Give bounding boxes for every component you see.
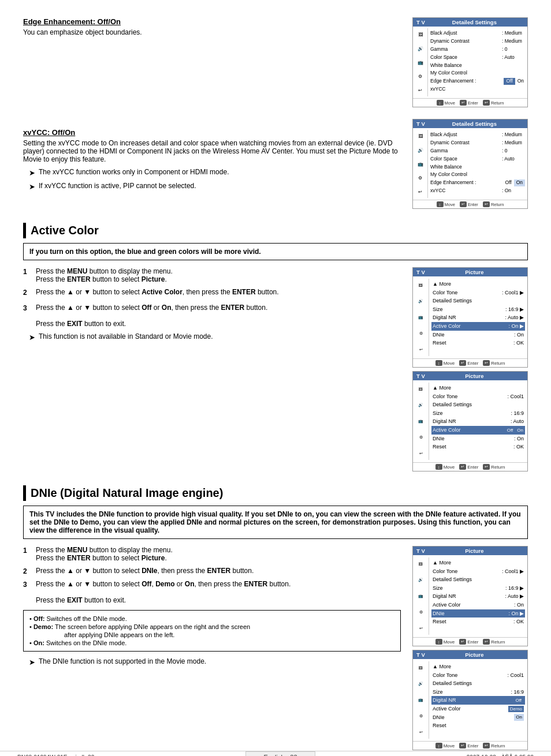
dnie-step3: 3 Press the ▲ or ▼ button to select Off,… xyxy=(23,580,401,604)
footer-right: 2007-10-08 ¿ÀÈÅ 6:05:09 xyxy=(467,754,534,757)
xvycc-note2-text: If xvYCC function is active, PIP cannot … xyxy=(39,182,196,190)
tv-menu-body-p2: 🖼 🔊 📺 ⚙ ↩ ▲ More Color Tone: Cool1 Detai… xyxy=(413,380,527,462)
edge-on-highlight: On xyxy=(514,179,525,186)
xvycc-row-3: Gamma: 0 xyxy=(430,147,525,155)
ac-step3: 3 Press the ▲ or ▼ button to select Off … xyxy=(23,304,401,328)
ac-step2: 2 Press the ▲ or ▼ button to select Acti… xyxy=(23,288,401,297)
dm2-dnie: DNIe On xyxy=(431,713,525,722)
channel-icon-2: 📺 xyxy=(415,159,426,169)
picture-icon-1: 🖼 xyxy=(415,29,426,40)
tv-picture-menu-ac-on: T V Picture 🖼 🔊 📺 ⚙ ↩ ▲ More Color Tone: xyxy=(412,267,528,368)
detail-row-2: Dynamic Contrast: Medium xyxy=(430,38,525,46)
footer-move-2: ↕ Move xyxy=(437,201,455,207)
dnie-steps: 1 Press the MENU button to display the m… xyxy=(23,546,401,754)
ac-step2-text: Press the ▲ or ▼ button to select Active… xyxy=(36,288,401,296)
tv-label-2: T V xyxy=(416,121,425,127)
pm2-row-size: Size: 16:9 xyxy=(431,409,525,418)
footer-return-1: ↩ Return xyxy=(483,100,504,106)
active-color-menus: T V Picture 🖼 🔊 📺 ⚙ ↩ ▲ More Color Tone: xyxy=(412,267,528,475)
pm-row-size: Size: 16:9 ▶ xyxy=(431,305,525,314)
edge-title: Edge Enhancement: Off/On xyxy=(23,17,401,26)
tv-dnie-title-2: T V Picture xyxy=(413,650,527,659)
sound-icon-1: 🔊 xyxy=(415,43,426,54)
picture-icon-2: 🖼 xyxy=(415,131,426,141)
footer-enter-1: ↵ Enter xyxy=(460,100,478,106)
pm-row-ct: Color Tone: Cool1 ▶ xyxy=(431,289,525,297)
tv-dnie-body-2: 🖼 🔊 📺 ⚙ ↩ ▲ More Color Tone: Cool1 Detai… xyxy=(413,659,527,741)
edge-off-label-2: Off xyxy=(504,179,512,186)
dm1-size: Size: 16:9 ▶ xyxy=(431,584,525,593)
picture-label-p1: Picture xyxy=(465,269,483,275)
dm1-more: ▲ More xyxy=(431,559,525,567)
d2-picture-icon: 🖼 xyxy=(416,663,426,673)
xvycc-note1-text: The xvYCC function works only in Compone… xyxy=(39,168,229,176)
tv-menu-items-p1: ▲ More Color Tone: Cool1 ▶ Detailed Sett… xyxy=(429,279,527,356)
tv-dnie-menu-demo: T V Picture 🖼 🔊 📺 ⚙ ↩ ▲ More Color Tone: xyxy=(412,650,528,750)
active-color-intro: If you turn on this option, the blue and… xyxy=(23,243,528,260)
pm2-row-ac-off: Active Color Off On xyxy=(431,426,525,435)
active-color-steps: 1 Press the MENU button to display the m… xyxy=(23,267,401,475)
xvycc-row-xvycc: xvYCC: On xyxy=(430,187,525,195)
pmf-enter: ↵ Enter xyxy=(459,360,478,366)
dnie-label-1: Picture xyxy=(465,548,483,554)
dm1-reset: Reset: OK xyxy=(431,617,525,626)
dm2-ct: Color Tone: Cool1 xyxy=(431,671,525,680)
tv-menu-icons-p1: 🖼 🔊 📺 ⚙ ↩ xyxy=(413,279,429,356)
dnie-menus: T V Picture 🖼 🔊 📺 ⚙ ↩ ▲ More Color Tone: xyxy=(412,546,528,754)
dnie-note-arrow: ➤ xyxy=(29,657,35,668)
tv-detail-title-off: T V Detailed Settings xyxy=(413,18,527,27)
tv-menu-icons-p2: 🖼 🔊 📺 ⚙ ↩ xyxy=(413,383,429,460)
tv-detail-menu-edge-off: T V Detailed Settings 🖼 🔊 📺 ⚙ ↩ Black Ad… xyxy=(412,17,528,107)
active-color-header: Active Color xyxy=(23,223,528,238)
tv-detail-menu-xvycc: T V Detailed Settings 🖼 🔊 📺 ⚙ ↩ Black Ad… xyxy=(412,119,528,209)
xvycc-menu-col: T V Detailed Settings 🖼 🔊 📺 ⚙ ↩ Black Ad… xyxy=(412,119,528,212)
dnie-info-off: • Off: Switches off the DNIe mode. xyxy=(29,615,394,622)
tv-menu-items-p2: ▲ More Color Tone: Cool1 Detailed Settin… xyxy=(429,383,527,460)
tv-label-p2: T V xyxy=(416,373,425,379)
tv-menu-footer-p1: ↕ Move ↵ Enter ↩ Return xyxy=(413,358,527,367)
p-sound-icon: 🔊 xyxy=(416,296,426,306)
ac-step3-text: Press the ▲ or ▼ button to select Off or… xyxy=(36,304,401,328)
dnie-intro: This TV includes the DNIe function to pr… xyxy=(23,506,528,539)
pm-row-ac-on: Active Color: On ▶ xyxy=(431,322,525,331)
tv-icons-2: 🖼 🔊 📺 ⚙ ↩ xyxy=(413,130,428,198)
tv-detail-footer-1: ↕ Move ↵ Enter ↩ Return xyxy=(413,98,527,107)
dm2-ac: Active Color Demo xyxy=(431,705,525,713)
footer-enter-2: ↵ Enter xyxy=(460,201,478,207)
detail-label-1: Detailed Settings xyxy=(452,19,497,25)
d2-channel-icon: 📺 xyxy=(416,695,426,705)
ac-step3-num: 3 xyxy=(23,304,33,312)
tv-dnie-items-2: ▲ More Color Tone: Cool1 Detailed Settin… xyxy=(429,661,527,739)
dnie-note1-text: The DNIe function is not supported in th… xyxy=(39,657,206,665)
dnie-header: DNIe (Digital Natural Image engine) xyxy=(23,485,528,501)
tv-detail-title-2: T V Detailed Settings xyxy=(413,119,527,128)
tv-picture-menu-ac-off: T V Picture 🖼 🔊 📺 ⚙ ↩ ▲ More Color Tone: xyxy=(412,371,528,471)
pm-row-dnie: DNIe: On xyxy=(431,331,525,339)
xvycc-note1: ➤ The xvYCC function works only in Compo… xyxy=(23,168,401,178)
xvycc-text-col: xvYCC: Off/On Setting the xvYCC mode to … xyxy=(23,119,401,212)
df2-return: ↩ Return xyxy=(483,743,505,748)
input-icon-2: ↩ xyxy=(415,186,426,197)
detail-row-xvycc: xvYCC xyxy=(430,85,525,93)
detail-label-2: Detailed Settings xyxy=(452,121,497,127)
active-color-bar xyxy=(23,223,26,238)
tv-detail-items-2: Black Adjust: Medium Dynamic Contrast: M… xyxy=(428,130,527,198)
input-icon-1: ↩ xyxy=(415,85,426,95)
edge-off-highlight: Off xyxy=(504,78,515,85)
dnie-step1: 1 Press the MENU button to display the m… xyxy=(23,546,401,562)
edge-menu-col: T V Detailed Settings 🖼 🔊 📺 ⚙ ↩ Black Ad… xyxy=(412,17,528,111)
dm1-dnr: Digital NR: Auto ▶ xyxy=(431,592,525,601)
footer-left: BN68-01094W-01Eng.indb 33 xyxy=(17,754,94,757)
d2-setup-icon: ⚙ xyxy=(416,711,426,721)
ac-note1: ➤ This function is not available in Stan… xyxy=(23,332,401,343)
xvycc-row-edge: Edge Enhancement : Off On xyxy=(430,179,525,187)
df1-move: ↕ Move xyxy=(435,639,455,645)
detail-row-1: Black Adjust: Medium xyxy=(430,29,525,38)
ac-note-arrow: ➤ xyxy=(29,332,35,343)
dnie-info-demo-2: after applying DNIe appears on the left. xyxy=(29,631,394,638)
xvycc-row-4: Color Space: Auto xyxy=(430,155,525,163)
tv-dnie-title-1: T V Picture xyxy=(413,547,527,555)
pm2-row-ct: Color Tone: Cool1 xyxy=(431,392,525,401)
d1-channel-icon: 📺 xyxy=(416,591,426,601)
dnie-info-demo: • Demo: The screen before applying DNIe … xyxy=(29,623,394,630)
